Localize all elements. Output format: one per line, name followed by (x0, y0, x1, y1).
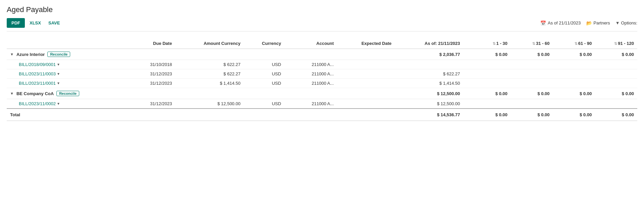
group-expected-date (337, 88, 395, 99)
currency-cell: USD (244, 69, 284, 79)
expected-date-cell (337, 69, 395, 79)
bill-dropdown-icon[interactable]: ▼ (57, 72, 60, 76)
group-row: ▼ Azure Interior Reconcile $ 2,036.77 $ … (7, 49, 637, 60)
col-61-90-cell (553, 60, 595, 69)
bill-link[interactable]: BILL/2023/11/0001 ▼ (19, 81, 119, 86)
currency-cell: USD (244, 79, 284, 88)
collapse-icon[interactable]: ▼ (10, 52, 14, 56)
group-name: BE Company CoA (16, 91, 54, 96)
total-expected-date (337, 109, 395, 121)
as-of-cell: $ 12,500.00 (395, 99, 463, 109)
table-row: BILL/2023/11/0002 ▼ 31/12/2023 $ 12,500.… (7, 99, 637, 109)
total-row: Total $ 14,536.77 $ 0.00 $ 0.00 $ 0.00 $… (7, 109, 637, 121)
partners-label: Partners (594, 20, 610, 25)
total-account (284, 109, 337, 121)
header-as-of: As of: 21/11/2023 (395, 38, 463, 49)
currency-cell: USD (244, 60, 284, 69)
amount-currency-cell: $ 1,414.50 (175, 79, 244, 88)
toolbar: PDF XLSX SAVE 📅 As of 21/11/2023 📂 Partn… (7, 18, 637, 31)
bill-number: BILL/2018/09/0001 (19, 62, 56, 67)
save-button[interactable]: SAVE (45, 18, 63, 28)
bill-dropdown-icon[interactable]: ▼ (57, 63, 60, 66)
header-1-30: ⇅1 - 30 (463, 38, 511, 49)
xlsx-button[interactable]: XLSX (26, 18, 44, 28)
col-91-120-cell (595, 79, 637, 88)
group-currency (244, 88, 284, 99)
sort-icon-91-120[interactable]: ⇅ (614, 42, 617, 46)
collapse-icon[interactable]: ▼ (10, 91, 14, 95)
expected-date-cell (337, 60, 395, 69)
expected-date-cell (337, 79, 395, 88)
bill-number: BILL/2023/11/0002 (19, 101, 56, 106)
as-of-cell: $ 622.27 (395, 69, 463, 79)
sort-icon-61-90[interactable]: ⇅ (574, 42, 578, 46)
due-date-cell: 31/10/2018 (123, 60, 175, 69)
group-91-120: $ 0.00 (595, 88, 637, 99)
pdf-button[interactable]: PDF (7, 18, 25, 28)
table-row: BILL/2023/11/0001 ▼ 31/12/2023 $ 1,414.5… (7, 79, 637, 88)
group-expected-date (337, 49, 395, 60)
bill-dropdown-icon[interactable]: ▼ (57, 81, 60, 85)
header-duedate: Due Date (123, 38, 175, 49)
currency-cell: USD (244, 99, 284, 109)
header-31-60: ⇅31 - 60 (511, 38, 553, 49)
options-label: Options: (621, 20, 637, 25)
col-91-120-cell (595, 69, 637, 79)
col-1-30-cell (463, 79, 511, 88)
bill-number: BILL/2023/11/0003 (19, 71, 56, 76)
col-91-120-cell (595, 60, 637, 69)
header-currency: Currency (244, 38, 284, 49)
total-31-60: $ 0.00 (511, 109, 553, 121)
bill-link[interactable]: BILL/2018/09/0001 ▼ (19, 62, 119, 67)
bill-dropdown-icon[interactable]: ▼ (57, 102, 60, 106)
report-table: Due Date Amount Currency Currency Accoun… (7, 38, 637, 121)
expected-date-cell (337, 99, 395, 109)
options-filter[interactable]: ▼ Options: (615, 20, 637, 25)
col-31-60-cell (511, 60, 553, 69)
group-31-60: $ 0.00 (511, 49, 553, 60)
bill-link[interactable]: BILL/2023/11/0003 ▼ (19, 71, 119, 76)
col-31-60-cell (511, 69, 553, 79)
group-as-of: $ 12,500.00 (395, 88, 463, 99)
group-name: Azure Interior (16, 52, 45, 57)
reconcile-badge[interactable]: Reconcile (47, 52, 70, 57)
account-cell: 211000 A... (284, 99, 337, 109)
bill-cell[interactable]: BILL/2023/11/0003 ▼ (7, 69, 123, 79)
col-61-90-cell (553, 69, 595, 79)
as-of-filter[interactable]: 📅 As of 21/11/2023 (540, 20, 581, 26)
group-as-of: $ 2,036.77 (395, 49, 463, 60)
due-date-cell: 31/12/2023 (123, 79, 175, 88)
total-label: Total (7, 109, 123, 121)
bill-number: BILL/2023/11/0001 (19, 81, 56, 86)
table-header-row: Due Date Amount Currency Currency Accoun… (7, 38, 637, 49)
bill-cell[interactable]: BILL/2018/09/0001 ▼ (7, 60, 123, 69)
partners-icon: 📂 (586, 20, 592, 26)
total-91-120: $ 0.00 (595, 109, 637, 121)
due-date-cell: 31/12/2023 (123, 69, 175, 79)
partners-filter[interactable]: 📂 Partners (586, 20, 610, 26)
col-1-30-cell (463, 69, 511, 79)
page-title: Aged Payable (7, 5, 637, 14)
col-61-90-cell (553, 79, 595, 88)
amount-currency-cell: $ 622.27 (175, 60, 244, 69)
total-currency (244, 109, 284, 121)
group-duedate (123, 49, 175, 60)
group-row: ▼ BE Company CoA Reconcile $ 12,500.00 $… (7, 88, 637, 99)
group-account (284, 49, 337, 60)
table-row: BILL/2023/11/0003 ▼ 31/12/2023 $ 622.27 … (7, 69, 637, 79)
group-amount-currency (175, 49, 244, 60)
header-amount-currency: Amount Currency (175, 38, 244, 49)
header-account: Account (284, 38, 337, 49)
header-91-120: ⇅91 - 120 (595, 38, 637, 49)
bill-cell[interactable]: BILL/2023/11/0002 ▼ (7, 99, 123, 109)
sort-icon-31-60[interactable]: ⇅ (532, 42, 535, 46)
sort-icon-1-30[interactable]: ⇅ (493, 42, 496, 46)
bill-cell[interactable]: BILL/2023/11/0001 ▼ (7, 79, 123, 88)
as-of-label: As of 21/11/2023 (548, 20, 581, 25)
as-of-cell (395, 60, 463, 69)
group-1-30: $ 0.00 (463, 49, 511, 60)
reconcile-badge[interactable]: Reconcile (56, 91, 79, 96)
group-amount-currency (175, 88, 244, 99)
col-91-120-cell (595, 99, 637, 109)
bill-link[interactable]: BILL/2023/11/0002 ▼ (19, 101, 119, 106)
